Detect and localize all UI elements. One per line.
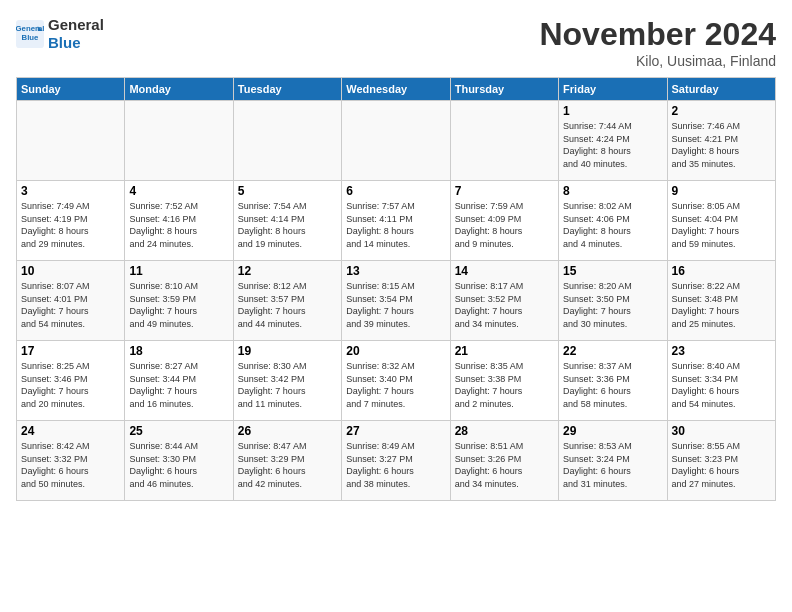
logo-text-line2: Blue (48, 34, 104, 52)
calendar-cell: 13Sunrise: 8:15 AM Sunset: 3:54 PM Dayli… (342, 261, 450, 341)
day-number: 13 (346, 264, 445, 278)
day-number: 28 (455, 424, 554, 438)
weekday-header-sunday: Sunday (17, 78, 125, 101)
day-number: 25 (129, 424, 228, 438)
month-title: November 2024 (539, 16, 776, 53)
day-info: Sunrise: 7:57 AM Sunset: 4:11 PM Dayligh… (346, 200, 445, 250)
calendar-week-row: 17Sunrise: 8:25 AM Sunset: 3:46 PM Dayli… (17, 341, 776, 421)
day-number: 6 (346, 184, 445, 198)
day-info: Sunrise: 8:05 AM Sunset: 4:04 PM Dayligh… (672, 200, 771, 250)
day-info: Sunrise: 8:49 AM Sunset: 3:27 PM Dayligh… (346, 440, 445, 490)
calendar-cell: 30Sunrise: 8:55 AM Sunset: 3:23 PM Dayli… (667, 421, 775, 501)
calendar-cell: 1Sunrise: 7:44 AM Sunset: 4:24 PM Daylig… (559, 101, 667, 181)
weekday-header-monday: Monday (125, 78, 233, 101)
day-info: Sunrise: 8:40 AM Sunset: 3:34 PM Dayligh… (672, 360, 771, 410)
day-info: Sunrise: 8:12 AM Sunset: 3:57 PM Dayligh… (238, 280, 337, 330)
calendar-cell: 21Sunrise: 8:35 AM Sunset: 3:38 PM Dayli… (450, 341, 558, 421)
calendar-cell (233, 101, 341, 181)
day-info: Sunrise: 8:17 AM Sunset: 3:52 PM Dayligh… (455, 280, 554, 330)
day-number: 22 (563, 344, 662, 358)
calendar-cell: 14Sunrise: 8:17 AM Sunset: 3:52 PM Dayli… (450, 261, 558, 341)
day-number: 3 (21, 184, 120, 198)
day-info: Sunrise: 8:42 AM Sunset: 3:32 PM Dayligh… (21, 440, 120, 490)
day-number: 17 (21, 344, 120, 358)
calendar-cell (125, 101, 233, 181)
day-info: Sunrise: 8:44 AM Sunset: 3:30 PM Dayligh… (129, 440, 228, 490)
calendar-cell: 10Sunrise: 8:07 AM Sunset: 4:01 PM Dayli… (17, 261, 125, 341)
day-info: Sunrise: 7:44 AM Sunset: 4:24 PM Dayligh… (563, 120, 662, 170)
day-number: 18 (129, 344, 228, 358)
calendar-cell: 8Sunrise: 8:02 AM Sunset: 4:06 PM Daylig… (559, 181, 667, 261)
calendar-week-row: 24Sunrise: 8:42 AM Sunset: 3:32 PM Dayli… (17, 421, 776, 501)
day-info: Sunrise: 8:37 AM Sunset: 3:36 PM Dayligh… (563, 360, 662, 410)
weekday-header-friday: Friday (559, 78, 667, 101)
weekday-header-tuesday: Tuesday (233, 78, 341, 101)
day-info: Sunrise: 8:25 AM Sunset: 3:46 PM Dayligh… (21, 360, 120, 410)
day-number: 23 (672, 344, 771, 358)
calendar-cell: 28Sunrise: 8:51 AM Sunset: 3:26 PM Dayli… (450, 421, 558, 501)
day-number: 30 (672, 424, 771, 438)
calendar-week-row: 3Sunrise: 7:49 AM Sunset: 4:19 PM Daylig… (17, 181, 776, 261)
calendar-cell: 7Sunrise: 7:59 AM Sunset: 4:09 PM Daylig… (450, 181, 558, 261)
calendar-week-row: 10Sunrise: 8:07 AM Sunset: 4:01 PM Dayli… (17, 261, 776, 341)
calendar-cell: 22Sunrise: 8:37 AM Sunset: 3:36 PM Dayli… (559, 341, 667, 421)
day-info: Sunrise: 8:53 AM Sunset: 3:24 PM Dayligh… (563, 440, 662, 490)
location-title: Kilo, Uusimaa, Finland (539, 53, 776, 69)
day-number: 16 (672, 264, 771, 278)
day-number: 10 (21, 264, 120, 278)
logo-icon: General Blue (16, 20, 44, 48)
logo: General Blue General Blue (16, 16, 104, 52)
calendar-cell: 23Sunrise: 8:40 AM Sunset: 3:34 PM Dayli… (667, 341, 775, 421)
day-number: 8 (563, 184, 662, 198)
calendar-cell: 5Sunrise: 7:54 AM Sunset: 4:14 PM Daylig… (233, 181, 341, 261)
day-info: Sunrise: 8:27 AM Sunset: 3:44 PM Dayligh… (129, 360, 228, 410)
calendar-cell: 24Sunrise: 8:42 AM Sunset: 3:32 PM Dayli… (17, 421, 125, 501)
calendar-cell: 18Sunrise: 8:27 AM Sunset: 3:44 PM Dayli… (125, 341, 233, 421)
weekday-header-saturday: Saturday (667, 78, 775, 101)
day-info: Sunrise: 8:10 AM Sunset: 3:59 PM Dayligh… (129, 280, 228, 330)
calendar-cell: 27Sunrise: 8:49 AM Sunset: 3:27 PM Dayli… (342, 421, 450, 501)
day-number: 20 (346, 344, 445, 358)
day-info: Sunrise: 8:22 AM Sunset: 3:48 PM Dayligh… (672, 280, 771, 330)
logo-text-line1: General (48, 16, 104, 34)
day-number: 26 (238, 424, 337, 438)
header: General Blue General Blue November 2024 … (16, 16, 776, 69)
day-number: 11 (129, 264, 228, 278)
day-number: 5 (238, 184, 337, 198)
calendar-cell (17, 101, 125, 181)
calendar-cell (342, 101, 450, 181)
calendar-cell: 20Sunrise: 8:32 AM Sunset: 3:40 PM Dayli… (342, 341, 450, 421)
calendar-cell: 25Sunrise: 8:44 AM Sunset: 3:30 PM Dayli… (125, 421, 233, 501)
calendar-cell: 9Sunrise: 8:05 AM Sunset: 4:04 PM Daylig… (667, 181, 775, 261)
calendar-cell: 12Sunrise: 8:12 AM Sunset: 3:57 PM Dayli… (233, 261, 341, 341)
day-info: Sunrise: 8:55 AM Sunset: 3:23 PM Dayligh… (672, 440, 771, 490)
weekday-header-thursday: Thursday (450, 78, 558, 101)
svg-text:Blue: Blue (22, 33, 40, 42)
day-info: Sunrise: 8:47 AM Sunset: 3:29 PM Dayligh… (238, 440, 337, 490)
calendar-cell: 19Sunrise: 8:30 AM Sunset: 3:42 PM Dayli… (233, 341, 341, 421)
weekday-header-wednesday: Wednesday (342, 78, 450, 101)
day-info: Sunrise: 8:20 AM Sunset: 3:50 PM Dayligh… (563, 280, 662, 330)
calendar-cell (450, 101, 558, 181)
day-info: Sunrise: 7:49 AM Sunset: 4:19 PM Dayligh… (21, 200, 120, 250)
weekday-header-row: SundayMondayTuesdayWednesdayThursdayFrid… (17, 78, 776, 101)
day-number: 27 (346, 424, 445, 438)
day-number: 4 (129, 184, 228, 198)
day-number: 15 (563, 264, 662, 278)
day-number: 21 (455, 344, 554, 358)
day-info: Sunrise: 8:51 AM Sunset: 3:26 PM Dayligh… (455, 440, 554, 490)
day-number: 12 (238, 264, 337, 278)
calendar-cell: 2Sunrise: 7:46 AM Sunset: 4:21 PM Daylig… (667, 101, 775, 181)
day-info: Sunrise: 7:46 AM Sunset: 4:21 PM Dayligh… (672, 120, 771, 170)
day-info: Sunrise: 8:35 AM Sunset: 3:38 PM Dayligh… (455, 360, 554, 410)
title-area: November 2024 Kilo, Uusimaa, Finland (539, 16, 776, 69)
day-number: 7 (455, 184, 554, 198)
calendar-table: SundayMondayTuesdayWednesdayThursdayFrid… (16, 77, 776, 501)
day-info: Sunrise: 8:07 AM Sunset: 4:01 PM Dayligh… (21, 280, 120, 330)
calendar-cell: 4Sunrise: 7:52 AM Sunset: 4:16 PM Daylig… (125, 181, 233, 261)
day-info: Sunrise: 8:15 AM Sunset: 3:54 PM Dayligh… (346, 280, 445, 330)
day-number: 9 (672, 184, 771, 198)
day-number: 2 (672, 104, 771, 118)
day-info: Sunrise: 7:52 AM Sunset: 4:16 PM Dayligh… (129, 200, 228, 250)
day-number: 19 (238, 344, 337, 358)
